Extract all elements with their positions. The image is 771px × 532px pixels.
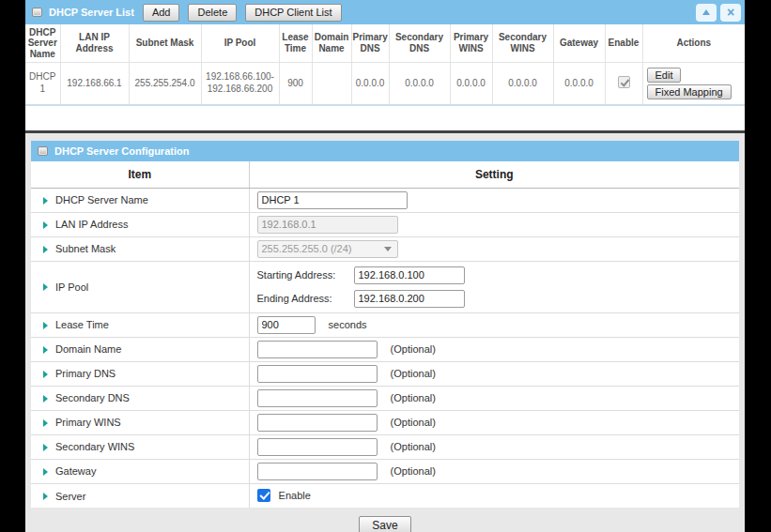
item-bullet-icon xyxy=(43,395,48,403)
item-column-header: Item xyxy=(31,161,249,188)
item-label: Domain Name xyxy=(55,344,121,356)
subnet-mask-select: 255.255.255.0 (/24) xyxy=(257,240,398,258)
col-domain-name: Domain Name xyxy=(312,24,351,62)
starting-address-input[interactable] xyxy=(354,266,465,284)
row-domain-name: Domain Name (Optional) xyxy=(31,337,739,361)
delete-button[interactable]: Delete xyxy=(188,4,237,22)
row-primary-wins: Primary WINS (Optional) xyxy=(31,410,739,434)
cell-lan-ip: 192.168.66.1 xyxy=(60,62,129,105)
enable-label: Enable xyxy=(279,490,311,501)
item-label: Gateway xyxy=(55,466,96,478)
col-lease-time: Lease Time xyxy=(279,24,312,62)
lease-time-input[interactable] xyxy=(257,316,316,334)
item-bullet-icon xyxy=(43,283,48,291)
row-lease-time: Lease Time seconds xyxy=(31,312,739,337)
item-label: Primary DNS xyxy=(55,369,116,380)
cell-primary-dns: 0.0.0.0 xyxy=(351,62,389,105)
optional-label: (Optional) xyxy=(391,343,436,355)
col-actions: Actions xyxy=(642,24,745,62)
optional-label: (Optional) xyxy=(391,417,436,428)
row-subnet-mask: Subnet Mask 255.255.255.0 (/24) xyxy=(31,236,739,261)
col-subnet-mask: Subnet Mask xyxy=(129,24,201,62)
item-bullet-icon xyxy=(43,346,48,354)
col-enable: Enable xyxy=(605,24,642,62)
secondary-dns-input[interactable] xyxy=(257,389,378,407)
server-enable-checkbox[interactable] xyxy=(257,489,270,502)
collapse-icon xyxy=(702,9,710,15)
item-label: LAN IP Address xyxy=(55,220,128,231)
col-gateway: Gateway xyxy=(553,24,605,62)
cell-ip-pool: 192.168.66.100- 192.168.66.200 xyxy=(201,62,279,105)
dhcp-server-configuration-header: DHCP Server Configuration xyxy=(31,141,739,161)
optional-label: (Optional) xyxy=(391,465,436,477)
cell-secondary-wins: 0.0.0.0 xyxy=(492,62,553,105)
dhcp-server-list-header: DHCP Server List Add Delete DHCP Client … xyxy=(25,0,745,24)
lan-ip-address-input xyxy=(257,216,398,234)
ending-address-label: Ending Address: xyxy=(257,293,354,304)
cell-primary-wins: 0.0.0.0 xyxy=(450,62,492,105)
edit-button[interactable]: Edit xyxy=(647,68,682,83)
cell-actions: Edit Fixed Mapping xyxy=(642,62,745,105)
row-lan-ip-address: LAN IP Address xyxy=(31,212,739,236)
dhcp-server-name-input[interactable] xyxy=(257,191,408,209)
config-footer: Save xyxy=(31,508,739,532)
dhcp-server-configuration-table: Item Setting DHCP Server Name LAN IP Add… xyxy=(31,161,739,508)
item-bullet-icon xyxy=(43,371,48,378)
dhcp-server-configuration-panel: DHCP Server Configuration Item Setting D… xyxy=(25,133,745,532)
panel-icon xyxy=(32,8,42,17)
save-button[interactable]: Save xyxy=(359,516,410,532)
section-gap xyxy=(25,106,745,130)
item-label: Secondary DNS xyxy=(55,393,130,404)
starting-address-label: Starting Address: xyxy=(257,269,354,281)
domain-name-input[interactable] xyxy=(257,341,378,358)
setting-column-header: Setting xyxy=(249,161,739,188)
ending-address-input[interactable] xyxy=(354,290,465,308)
item-bullet-icon xyxy=(43,322,48,329)
item-label: DHCP Server Name xyxy=(55,195,148,206)
optional-label: (Optional) xyxy=(391,368,436,379)
optional-label: (Optional) xyxy=(391,441,436,452)
item-label: Secondary WINS xyxy=(55,442,134,453)
item-bullet-icon xyxy=(43,197,48,205)
item-bullet-icon xyxy=(43,493,48,500)
subnet-mask-selected-value: 255.255.255.0 (/24) xyxy=(262,243,352,254)
close-icon: × xyxy=(727,6,734,19)
collapse-button[interactable] xyxy=(696,4,717,22)
dhcp-server-list-panel: DHCP Server List Add Delete DHCP Client … xyxy=(25,0,745,106)
row-secondary-wins: Secondary WINS (Optional) xyxy=(31,434,739,459)
cell-enable xyxy=(605,62,642,105)
col-dhcp-server-name: DHCP Server Name xyxy=(25,24,60,62)
panel-title: DHCP Server List xyxy=(49,7,134,18)
item-label: IP Pool xyxy=(55,281,88,293)
item-label: Lease Time xyxy=(55,320,109,331)
cell-domain-name xyxy=(312,62,351,105)
row-primary-dns: Primary DNS (Optional) xyxy=(31,361,739,386)
table-row: DHCP 1 192.168.66.1 255.255.254.0 192.16… xyxy=(25,62,745,105)
gateway-input[interactable] xyxy=(257,463,378,480)
col-lan-ip-address: LAN IP Address xyxy=(60,24,129,62)
col-ip-pool: IP Pool xyxy=(201,24,279,62)
optional-label: (Optional) xyxy=(391,392,436,403)
close-button[interactable]: × xyxy=(720,4,741,22)
row-secondary-dns: Secondary DNS (Optional) xyxy=(31,386,739,410)
primary-dns-input[interactable] xyxy=(257,365,378,383)
row-dhcp-server-name: DHCP Server Name xyxy=(31,188,739,212)
secondary-wins-input[interactable] xyxy=(257,438,378,456)
fixed-mapping-button[interactable]: Fixed Mapping xyxy=(647,84,732,99)
ip-pool-end: 192.168.66.200 xyxy=(203,84,278,96)
panel-icon xyxy=(38,146,48,156)
dhcp-server-list-table: DHCP Server Name LAN IP Address Subnet M… xyxy=(25,24,745,106)
row-ip-pool: IP Pool Starting Address: Ending Address… xyxy=(31,261,739,312)
ip-pool-end-line: Ending Address: xyxy=(257,287,740,311)
page-content: DHCP Server List Add Delete DHCP Client … xyxy=(25,0,745,532)
table-header-row: DHCP Server Name LAN IP Address Subnet M… xyxy=(25,24,745,62)
col-primary-wins: Primary WINS xyxy=(450,24,492,62)
dhcp-client-list-button[interactable]: DHCP Client List xyxy=(245,4,341,22)
row-gateway: Gateway (Optional) xyxy=(31,459,739,483)
seconds-label: seconds xyxy=(329,319,367,330)
item-label: Server xyxy=(55,491,85,502)
primary-wins-input[interactable] xyxy=(257,414,378,432)
cell-lease-time: 900 xyxy=(279,62,312,105)
add-button[interactable]: Add xyxy=(143,4,180,22)
cell-secondary-dns: 0.0.0.0 xyxy=(389,62,450,105)
